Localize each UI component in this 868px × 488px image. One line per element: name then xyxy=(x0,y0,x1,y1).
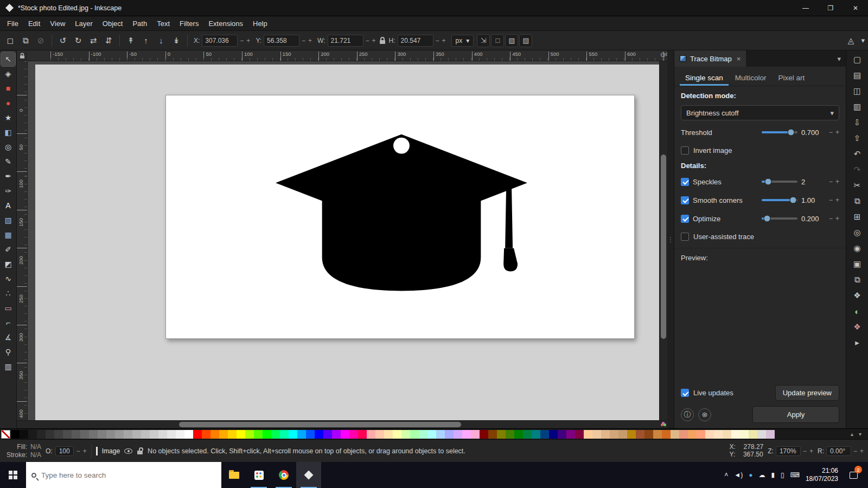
paint-bucket-tool[interactable]: ◩ xyxy=(1,257,15,271)
increment-button[interactable]: + xyxy=(809,447,813,455)
separator[interactable] xyxy=(119,35,120,47)
separator[interactable] xyxy=(187,35,188,47)
scale-corners-toggle[interactable]: □ xyxy=(491,34,504,47)
layer-lock-icon[interactable] xyxy=(137,447,143,454)
color-swatch[interactable] xyxy=(419,430,427,439)
x-position-input[interactable] xyxy=(202,35,238,47)
live-updates-checkbox[interactable] xyxy=(681,389,689,397)
palette-scroll-up-icon[interactable]: ▴ xyxy=(851,431,853,437)
deselect-icon[interactable]: ⊘ xyxy=(34,34,48,48)
gradient-tool[interactable]: ▧ xyxy=(1,213,15,227)
eraser-tool[interactable]: ▭ xyxy=(1,301,15,315)
optimize-value[interactable]: 0.200 xyxy=(801,215,825,223)
speckles-checkbox[interactable] xyxy=(681,178,689,186)
expander-icon[interactable]: ▸ xyxy=(851,336,864,349)
color-swatch[interactable] xyxy=(532,430,540,439)
color-swatch[interactable] xyxy=(393,430,401,439)
color-swatch[interactable] xyxy=(237,430,245,439)
menu-layer[interactable]: Layer xyxy=(70,20,98,28)
spray-tool[interactable]: ∴ xyxy=(1,286,15,300)
increment-button[interactable]: + xyxy=(835,178,839,185)
dropper-tool[interactable]: ✐ xyxy=(1,242,15,256)
color-swatch[interactable] xyxy=(627,430,636,439)
color-swatch[interactable] xyxy=(592,430,601,439)
pencil-tool[interactable]: ✎ xyxy=(1,155,15,169)
smooth-corners-checkbox[interactable] xyxy=(681,196,689,204)
rectangle-tool[interactable]: ■ xyxy=(1,81,15,95)
color-swatch[interactable] xyxy=(297,430,306,439)
decrement-button[interactable]: − xyxy=(829,178,833,185)
rotation-input[interactable]: 0.00° xyxy=(826,446,851,456)
action-center-button[interactable]: 2 xyxy=(844,462,863,488)
increment-button[interactable]: + xyxy=(835,196,839,204)
optimize-checkbox[interactable] xyxy=(681,215,689,223)
network-icon[interactable]: ● xyxy=(749,471,752,479)
selector-tool[interactable]: ↖ xyxy=(1,52,15,66)
duplicate-icon[interactable]: ⧉ xyxy=(851,273,864,286)
color-swatch[interactable] xyxy=(80,430,89,439)
decrement-button[interactable]: − xyxy=(803,447,807,455)
vertical-scrollbar-thumb[interactable] xyxy=(661,155,666,339)
color-swatch[interactable] xyxy=(601,430,610,439)
height-input[interactable] xyxy=(398,35,433,47)
threshold-slider[interactable] xyxy=(762,131,797,133)
increment-button[interactable]: + xyxy=(442,37,446,44)
mesh-gradient-tool[interactable]: ▦ xyxy=(1,228,15,242)
calligraphy-tool[interactable]: ✑ xyxy=(1,184,15,198)
taskbar-chrome[interactable] xyxy=(271,462,296,488)
menu-file[interactable]: File xyxy=(2,20,23,28)
color-swatch[interactable] xyxy=(549,430,558,439)
color-swatch[interactable] xyxy=(176,430,184,439)
color-swatch[interactable] xyxy=(688,430,697,439)
menu-edit[interactable]: Edit xyxy=(23,20,45,28)
increment-button[interactable]: + xyxy=(372,37,376,44)
invert-image-checkbox[interactable] xyxy=(681,146,689,155)
vertical-scrollbar[interactable] xyxy=(659,61,667,420)
zoom-selection-icon[interactable]: ◎ xyxy=(851,226,864,239)
lower-to-bottom-icon[interactable]: ↡ xyxy=(169,34,183,48)
color-swatch[interactable] xyxy=(697,430,705,439)
zoom-drawing-icon[interactable]: ◉ xyxy=(851,242,864,255)
paste-icon[interactable]: ⊞ xyxy=(851,210,864,223)
symbols-icon[interactable]: ❖ xyxy=(851,320,864,333)
menu-extensions[interactable]: Extensions xyxy=(203,20,248,28)
select-all-icon[interactable]: ◻ xyxy=(3,34,17,48)
color-swatch[interactable] xyxy=(263,430,271,439)
decrement-button[interactable]: − xyxy=(829,129,833,136)
color-swatch[interactable] xyxy=(280,430,289,439)
canvas-viewport[interactable] xyxy=(28,61,659,420)
reset-button[interactable]: ⊗ xyxy=(698,408,711,421)
battery-icon[interactable]: ▮ xyxy=(771,471,775,479)
color-swatch[interactable] xyxy=(132,430,141,439)
menu-text[interactable]: Text xyxy=(152,20,175,28)
raise-icon[interactable]: ↑ xyxy=(139,34,153,48)
color-swatch[interactable] xyxy=(158,430,167,439)
document-save-icon[interactable]: ◫ xyxy=(851,85,864,98)
rotate-ccw-icon[interactable]: ↺ xyxy=(56,34,70,48)
menu-help[interactable]: Help xyxy=(248,20,272,28)
tweak-tool[interactable]: ∿ xyxy=(1,272,15,286)
optimize-slider[interactable] xyxy=(762,217,797,220)
text-tool[interactable]: A xyxy=(1,198,15,213)
color-swatch[interactable] xyxy=(436,430,445,439)
layer-name[interactable]: Image xyxy=(102,447,120,455)
color-swatch[interactable] xyxy=(54,430,63,439)
color-swatch[interactable] xyxy=(462,430,471,439)
scale-stroke-toggle[interactable]: ⇲ xyxy=(477,34,490,47)
clone-icon[interactable]: ❖ xyxy=(851,289,864,302)
snap-controls-icon[interactable]: ◬ xyxy=(844,34,858,48)
color-swatch[interactable] xyxy=(575,430,584,439)
tray-expand-icon[interactable]: ˄ xyxy=(724,471,728,479)
unit-selector[interactable]: px ▾ xyxy=(451,35,474,47)
color-swatch[interactable] xyxy=(558,430,566,439)
smooth-corners-slider[interactable] xyxy=(762,199,797,201)
color-swatch[interactable] xyxy=(315,430,323,439)
opacity-input[interactable]: 100 xyxy=(55,446,74,456)
menu-path[interactable]: Path xyxy=(127,20,152,28)
color-swatch[interactable] xyxy=(454,430,462,439)
color-swatch[interactable] xyxy=(332,430,341,439)
speckles-value[interactable]: 2 xyxy=(801,178,825,186)
minimize-button[interactable]: — xyxy=(793,0,818,16)
color-swatch[interactable] xyxy=(20,430,28,439)
guide-lock-corner[interactable] xyxy=(18,52,27,60)
